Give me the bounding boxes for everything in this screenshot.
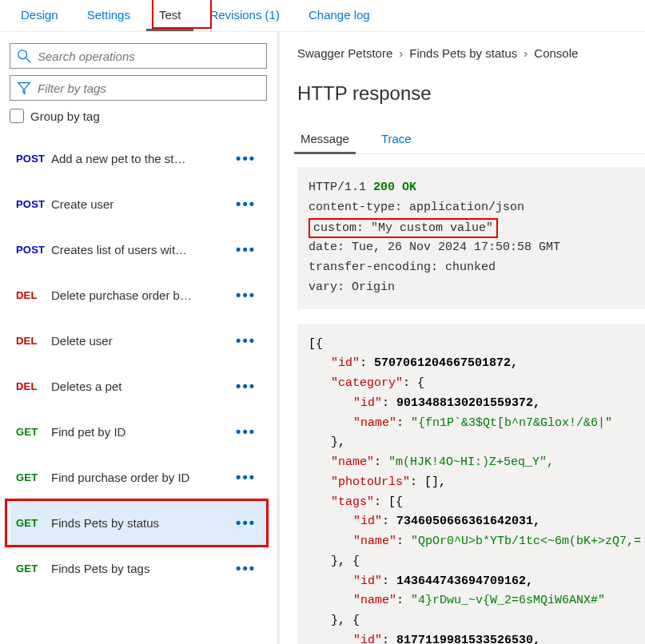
group-by-tag-label: Group by tag — [30, 109, 100, 123]
method-badge: POST — [16, 244, 51, 256]
operation-label: Delete purchase order b… — [51, 288, 236, 302]
hdr-custom: custom: "My custom value" — [309, 218, 498, 239]
method-badge: DEL — [16, 335, 51, 347]
tab-settings[interactable]: Settings — [73, 0, 145, 31]
json-key: "tags" — [331, 495, 374, 509]
svg-line-1 — [26, 58, 30, 62]
json-value: 7346050666361642031, — [396, 515, 540, 528]
tab-design[interactable]: Design — [6, 0, 73, 31]
method-badge: DEL — [16, 289, 51, 301]
more-icon[interactable]: ••• — [236, 241, 261, 258]
json-value: "QpOr0^U>b*YTb/1tc<~6m(bK+>zQ7,= — [411, 535, 641, 548]
tab-test[interactable]: Test — [145, 0, 196, 31]
more-icon[interactable]: ••• — [236, 469, 261, 486]
list-item[interactable]: GETFind purchase order by ID••• — [10, 455, 267, 500]
breadcrumb-op[interactable]: Finds Pets by status — [409, 46, 517, 60]
json-value: "4}rDwu_~v{W_2=6sMQiW6ANX#" — [411, 594, 605, 607]
group-by-tag-row[interactable]: Group by tag — [10, 109, 267, 123]
list-item[interactable]: POSTCreates list of users wit…••• — [10, 227, 267, 272]
operation-label: Create user — [51, 197, 236, 211]
json-key: "name" — [331, 455, 374, 469]
more-icon[interactable]: ••• — [236, 287, 261, 304]
list-item[interactable]: GETFind pet by ID••• — [10, 409, 267, 455]
operation-label: Find purchase order by ID — [51, 471, 236, 484]
json-punc: }, — [331, 435, 345, 449]
method-badge: GET — [16, 426, 51, 438]
search-icon — [17, 49, 31, 63]
filter-tags-box[interactable] — [10, 75, 267, 101]
breadcrumb: Swagger Petstore›Finds Pets by status›Co… — [297, 46, 645, 60]
hdr-te: transfer-encoding: chunked — [309, 260, 496, 274]
right-panel: Swagger Petstore›Finds Pets by status›Co… — [280, 32, 645, 644]
json-value: 5707061204667501872, — [374, 356, 518, 370]
operation-label: Creates list of users wit… — [51, 243, 236, 256]
list-item[interactable]: DELDelete user••• — [10, 318, 267, 364]
top-tabs: Design Settings Test Revisions (1) Chang… — [0, 0, 645, 32]
hdr-vary: vary: Origin — [309, 280, 395, 294]
json-value: : [], — [410, 475, 446, 489]
svg-point-0 — [18, 50, 27, 59]
list-item[interactable]: DELDeletes a pet••• — [10, 364, 267, 409]
svg-marker-2 — [18, 83, 30, 94]
hdr-date: date: Tue, 26 Nov 2024 17:50:58 GMT — [309, 241, 560, 254]
list-item[interactable]: GETFinds Pets by status••• — [10, 500, 267, 546]
list-item[interactable]: POSTAdd a new pet to the st…••• — [10, 136, 267, 181]
more-icon[interactable]: ••• — [236, 423, 261, 440]
more-icon[interactable]: ••• — [236, 378, 261, 395]
json-key: "name" — [353, 594, 396, 607]
json-value: 9013488130201559372, — [396, 396, 540, 410]
json-key: "id" — [353, 515, 382, 528]
method-badge: GET — [16, 471, 51, 483]
json-value: 8177119981533526530, — [396, 634, 540, 644]
json-value: 143644743694709162, — [396, 574, 533, 588]
group-by-tag-checkbox[interactable] — [10, 109, 24, 123]
filter-tags-input[interactable] — [38, 81, 260, 95]
hdr-content-type: content-type: application/json — [309, 201, 524, 214]
more-icon[interactable]: ••• — [236, 560, 261, 577]
breadcrumb-root[interactable]: Swagger Petstore — [297, 46, 392, 60]
more-icon[interactable]: ••• — [236, 515, 261, 531]
operation-label: Finds Pets by tags — [51, 562, 236, 575]
more-icon[interactable]: ••• — [236, 150, 261, 167]
json-key: "name" — [353, 535, 396, 548]
more-icon[interactable]: ••• — [236, 332, 261, 349]
list-item[interactable]: POSTCreate user••• — [10, 181, 267, 227]
more-icon[interactable]: ••• — [236, 196, 261, 213]
operation-label: Find pet by ID — [51, 425, 236, 439]
json-punc: : { — [403, 376, 424, 390]
response-headers-block: HTTP/1.1 200 OK content-type: applicatio… — [297, 167, 645, 309]
operations-list: POSTAdd a new pet to the st…••• POSTCrea… — [10, 136, 267, 591]
status-ok: 200 OK — [373, 181, 416, 194]
list-item[interactable]: GETFinds Pets by tags••• — [10, 546, 267, 591]
json-value: "m(HJK!4O~HI:)Z+5eq_Y", — [388, 455, 554, 469]
json-punc: }, { — [331, 555, 360, 568]
proto-text: HTTP/1.1 — [309, 181, 373, 194]
operation-label: Deletes a pet — [51, 380, 236, 393]
list-item[interactable]: DELDelete purchase order b…••• — [10, 272, 267, 318]
json-key: "photoUrls" — [331, 475, 410, 489]
json-value: : [{ — [374, 495, 403, 509]
method-badge: GET — [16, 563, 51, 574]
json-key: "id" — [353, 396, 382, 410]
json-key: "id" — [353, 574, 382, 588]
method-badge: GET — [16, 517, 51, 529]
json-punc: }, { — [331, 614, 360, 627]
tab-revisions[interactable]: Revisions (1) — [195, 0, 294, 31]
operation-label: Add a new pet to the st… — [51, 152, 236, 165]
breadcrumb-leaf: Console — [534, 46, 578, 60]
json-key: "id" — [353, 634, 382, 644]
operation-label: Delete user — [51, 334, 236, 348]
http-response-heading: HTTP response — [297, 82, 645, 105]
tab-changelog[interactable]: Change log — [294, 0, 384, 31]
json-key: "name" — [353, 416, 396, 430]
response-tabs: Message Trace — [297, 125, 645, 154]
filter-icon — [17, 81, 31, 95]
json-open: [{ — [309, 337, 323, 351]
resp-tab-message[interactable]: Message — [297, 125, 352, 153]
resp-tab-trace[interactable]: Trace — [378, 125, 415, 153]
search-operations-input[interactable] — [38, 50, 260, 63]
method-badge: DEL — [16, 380, 51, 392]
left-panel: Group by tag POSTAdd a new pet to the st… — [0, 32, 280, 644]
search-operations-box[interactable] — [10, 43, 267, 69]
response-body-block: [{ "id": 5707061204667501872, "category"… — [297, 324, 645, 645]
